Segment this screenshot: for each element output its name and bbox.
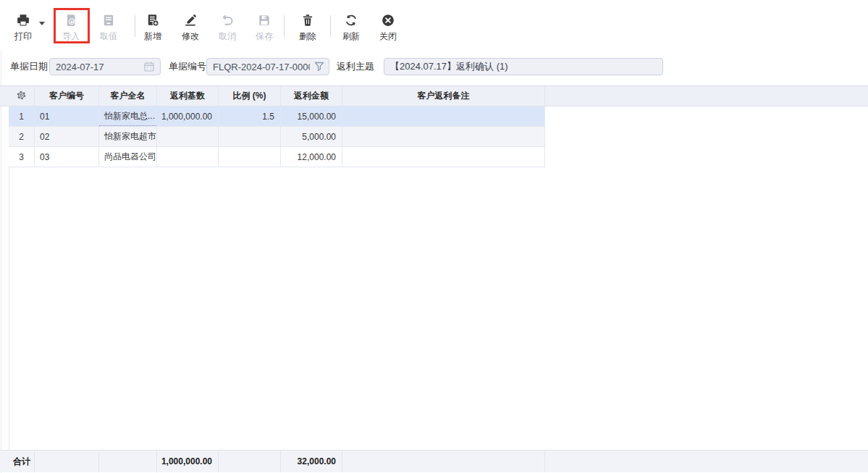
delete-icon [301, 14, 314, 27]
cell-rebate-amount[interactable]: 15,000.00 [281, 106, 342, 126]
edit-icon [184, 14, 197, 27]
col-header-rebate-base[interactable]: 返利基数 [157, 86, 219, 106]
row-number[interactable]: 3 [9, 147, 35, 167]
toolbar: 打印 导入 [0, 0, 868, 51]
printer-icon [17, 14, 30, 27]
rebate-subject-input[interactable] [384, 58, 663, 75]
cell-remark[interactable] [342, 147, 545, 167]
footer-ratio-cell [219, 451, 281, 472]
row-number[interactable]: 1 [9, 106, 35, 126]
cell-ratio[interactable] [219, 147, 281, 167]
save-icon [258, 14, 271, 27]
cancel-button[interactable]: 取消 [213, 14, 242, 41]
print-dropdown-caret[interactable] [39, 22, 45, 25]
cell-rebate-amount[interactable]: 5,000.00 [281, 127, 342, 146]
doc-date-label: 单据日期 [10, 58, 48, 75]
fetch-value-label: 取值 [100, 31, 117, 41]
footer-customer-no-cell [35, 451, 99, 472]
import-icon [64, 14, 77, 27]
import-button[interactable]: 导入 [56, 14, 85, 41]
cell-customer-name[interactable]: 怡新家电超市 [99, 127, 157, 146]
add-label: 新增 [144, 31, 161, 41]
refresh-label: 刷新 [342, 31, 360, 41]
cell-rebate-base[interactable]: 1,000,000.00 [157, 106, 219, 126]
undo-icon [221, 14, 234, 27]
fetch-value-icon [102, 14, 115, 27]
gear-icon[interactable] [16, 90, 27, 103]
footer-remark-cell [342, 451, 545, 472]
grid-footer-row: 合计 1,000,000.00 32,000.00 [0, 450, 868, 472]
edit-label: 修改 [182, 31, 199, 41]
cell-customer-name[interactable]: 怡新家电总... [99, 106, 157, 126]
table-row[interactable]: 3 03 尚品电器公司 12,000.00 [9, 147, 545, 167]
toolbar-separator [330, 15, 331, 37]
cell-customer-name[interactable]: 尚品电器公司 [99, 147, 157, 167]
grid-header-row: 客户编号 客户全名 返利基数 比例 (%) 返利金额 客户返利备注 [0, 85, 868, 106]
table-row[interactable]: 1 01 怡新家电总... 1,000,000.00 1.5 15,000.00 [9, 106, 545, 127]
footer-rebate-amount-total: 32,000.00 [281, 451, 342, 472]
cell-customer-no[interactable]: 03 [35, 147, 99, 167]
cell-customer-no[interactable]: 02 [35, 127, 99, 146]
close-label: 关闭 [379, 31, 397, 41]
delete-label: 删除 [299, 31, 316, 41]
cancel-label: 取消 [219, 31, 236, 41]
cell-ratio[interactable] [219, 127, 281, 146]
cell-rebate-base[interactable] [157, 147, 219, 167]
grid-body: 1 01 怡新家电总... 1,000,000.00 1.5 15,000.00… [9, 106, 545, 167]
row-number[interactable]: 2 [9, 127, 35, 146]
doc-date-input[interactable] [49, 58, 161, 75]
save-label: 保存 [256, 31, 273, 41]
close-button[interactable]: 关闭 [374, 14, 403, 41]
toolbar-separator [284, 15, 285, 37]
add-icon [146, 14, 159, 27]
col-header-rebate-amount[interactable]: 返利金额 [281, 86, 342, 106]
col-header-customer-remark[interactable]: 客户返利备注 [342, 86, 545, 106]
cell-ratio[interactable]: 1.5 [219, 106, 281, 126]
print-label: 打印 [14, 31, 32, 41]
grid-settings-cell[interactable] [9, 86, 35, 106]
col-header-customer-no[interactable]: 客户编号 [35, 86, 99, 106]
cell-customer-no[interactable]: 01 [35, 106, 99, 126]
col-header-filler [545, 86, 868, 106]
footer-customer-name-cell [99, 451, 157, 472]
cell-rebate-base[interactable] [157, 127, 219, 146]
document-header-form: 单据日期 单据编号 返利主题 [0, 58, 868, 75]
col-header-ratio[interactable]: 比例 (%) [219, 86, 281, 106]
rebate-subject-label: 返利主题 [337, 58, 374, 75]
cell-remark[interactable] [342, 127, 545, 146]
fetch-value-button[interactable]: 取值 [94, 14, 123, 41]
cell-rebate-amount[interactable]: 12,000.00 [281, 147, 342, 167]
footer-filler [545, 451, 868, 472]
footer-total-label: 合计 [9, 451, 35, 472]
cell-remark[interactable] [342, 106, 545, 126]
doc-number-input[interactable] [206, 58, 329, 75]
refresh-button[interactable]: 刷新 [337, 14, 366, 41]
refresh-icon [345, 14, 358, 27]
print-button[interactable]: 打印 [9, 14, 38, 41]
save-button[interactable]: 保存 [250, 14, 279, 41]
rebate-confirmation-window: 打印 导入 [0, 0, 868, 473]
table-row[interactable]: 2 02 怡新家电超市 5,000.00 [9, 127, 545, 147]
add-button[interactable]: 新增 [138, 14, 167, 41]
import-label: 导入 [62, 31, 80, 41]
doc-number-label: 单据编号 [169, 58, 206, 75]
footer-rebate-base-total: 1,000,000.00 [157, 451, 219, 472]
toolbar-separator [135, 15, 135, 37]
edit-button[interactable]: 修改 [176, 14, 205, 41]
col-header-customer-name[interactable]: 客户全名 [99, 86, 157, 106]
close-icon [382, 14, 395, 27]
delete-button[interactable]: 删除 [293, 14, 322, 41]
